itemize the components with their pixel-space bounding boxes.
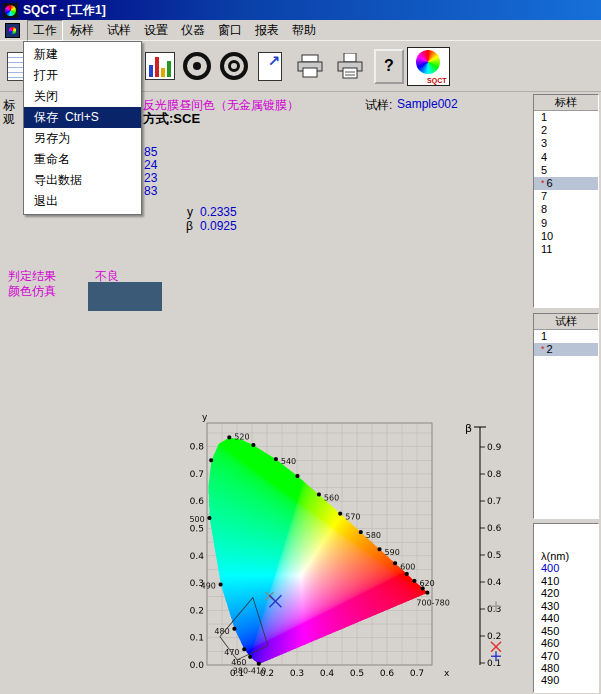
wavelength-listbox: λ(nm) 400 410 420 430 440 450 460 470 48… xyxy=(533,523,599,693)
menu-new[interactable]: 新建 xyxy=(24,44,141,65)
wavelength-item[interactable]: 410 xyxy=(534,575,598,587)
wavelength-item[interactable]: 430 xyxy=(534,600,598,612)
printer-icon xyxy=(296,54,324,78)
menu-item-standard[interactable]: 标样 xyxy=(64,20,100,41)
wavelength-item-active[interactable]: 400 xyxy=(534,562,598,574)
print-button[interactable] xyxy=(292,47,328,85)
standard-list-item[interactable]: 10 xyxy=(534,230,598,243)
menu-item-help[interactable]: 帮助 xyxy=(286,20,322,41)
sample-name-label: 试样: xyxy=(365,97,392,114)
target-icon xyxy=(183,52,211,80)
app-window: { "window": { "title": "SQCT - [工作1]" },… xyxy=(0,0,601,694)
wavelength-item[interactable]: 470 xyxy=(534,650,598,662)
sample-list-header: 试样 xyxy=(534,314,598,330)
value-fragment: 24 xyxy=(144,158,157,172)
wavelength-item[interactable]: 440 xyxy=(534,612,598,624)
ring-icon xyxy=(220,52,248,80)
menu-item-window[interactable]: 窗口 xyxy=(212,20,248,41)
question-mark-icon: ? xyxy=(374,49,404,84)
observer-label-fragment: 观 xyxy=(3,111,15,128)
menu-item-instrument[interactable]: 仪器 xyxy=(175,20,211,41)
work-menu-dropdown: 新建 打开 关闭 保存Ctrl+S 另存为 重命名 导出数据 退出 xyxy=(23,41,142,215)
wavelength-item[interactable]: 490 xyxy=(534,674,598,686)
color-simulation-label: 颜色仿真 xyxy=(8,283,56,300)
standard-list-item[interactable]: 3 xyxy=(534,137,598,150)
color-data-button[interactable] xyxy=(143,47,177,85)
beta-label: β xyxy=(186,219,193,233)
menu-item-work[interactable]: 工作 xyxy=(27,20,63,41)
calibrate-button[interactable] xyxy=(217,47,251,85)
wavelength-item[interactable]: 450 xyxy=(534,625,598,637)
menu-item-sample[interactable]: 试样 xyxy=(101,20,137,41)
sample-name-value: Sample002 xyxy=(397,97,458,111)
sample-listbox: 试样 1 *2 xyxy=(533,313,599,519)
standard-list-item[interactable]: 4 xyxy=(534,151,598,164)
color-simulation-swatch xyxy=(88,282,162,311)
menubar: 工作 标样 试样 设置 仪器 窗口 报表 帮助 xyxy=(0,20,601,41)
menu-close[interactable]: 关闭 xyxy=(24,86,141,107)
menu-open[interactable]: 打开 xyxy=(24,65,141,86)
standard-list-item[interactable]: 2 xyxy=(534,124,598,137)
standard-list-item[interactable]: 8 xyxy=(534,203,598,216)
wavelength-item[interactable]: 420 xyxy=(534,587,598,599)
standard-list-item-selected[interactable]: *6 xyxy=(534,177,598,190)
beta-value: 0.0925 xyxy=(200,219,237,233)
app-icon xyxy=(3,3,18,18)
value-fragment: 85 xyxy=(144,145,157,159)
standard-list-item[interactable]: 9 xyxy=(534,217,598,230)
menu-save[interactable]: 保存Ctrl+S xyxy=(24,107,141,128)
bar-chart-icon xyxy=(145,52,175,80)
export-report-button[interactable]: ↗ xyxy=(253,47,287,85)
titlebar: SQCT - [工作1] xyxy=(0,0,601,20)
help-button[interactable]: ? xyxy=(374,47,404,85)
menu-export-data[interactable]: 导出数据 xyxy=(24,170,141,191)
menu-item-settings[interactable]: 设置 xyxy=(138,20,174,41)
chromaticity-chart xyxy=(183,413,518,685)
y-value: 0.2335 xyxy=(200,205,237,219)
print-preview-button[interactable] xyxy=(332,47,368,85)
wavelength-item[interactable]: 460 xyxy=(534,637,598,649)
export-document-icon: ↗ xyxy=(258,52,282,81)
standard-list-item[interactable]: 7 xyxy=(534,190,598,203)
sqct-logo-button[interactable]: SQCT xyxy=(406,47,450,85)
standard-list-item[interactable]: 11 xyxy=(534,243,598,256)
sample-list-item[interactable]: 1 xyxy=(534,330,598,343)
sqct-logo-icon: SQCT xyxy=(407,47,450,86)
measure-button[interactable] xyxy=(180,47,214,85)
standard-list-header: 标样 xyxy=(534,95,598,111)
document-window-icon[interactable] xyxy=(5,23,20,38)
value-fragment: 83 xyxy=(144,184,157,198)
standard-listbox: 标样 1 2 3 4 5 *6 7 8 9 10 11 xyxy=(533,94,599,308)
standard-list-item[interactable]: 1 xyxy=(534,111,598,124)
measurement-mode: 方式:SCE xyxy=(143,110,200,128)
wavelength-item[interactable]: 480 xyxy=(534,662,598,674)
menu-rename[interactable]: 重命名 xyxy=(24,149,141,170)
value-fragment: 23 xyxy=(144,171,157,185)
standard-list-item[interactable]: 5 xyxy=(534,164,598,177)
menu-exit[interactable]: 退出 xyxy=(24,191,141,212)
y-label: y xyxy=(187,205,193,219)
print-preview-icon xyxy=(336,53,364,79)
sample-list-item-selected[interactable]: *2 xyxy=(534,343,598,356)
wavelength-list-header: λ(nm) xyxy=(534,550,598,562)
selected-marker-icon: * xyxy=(541,344,545,354)
menu-item-report[interactable]: 报表 xyxy=(249,20,285,41)
window-title: SQCT - [工作1] xyxy=(23,2,106,19)
selected-marker-icon: * xyxy=(541,178,545,188)
menu-save-as[interactable]: 另存为 xyxy=(24,128,141,149)
